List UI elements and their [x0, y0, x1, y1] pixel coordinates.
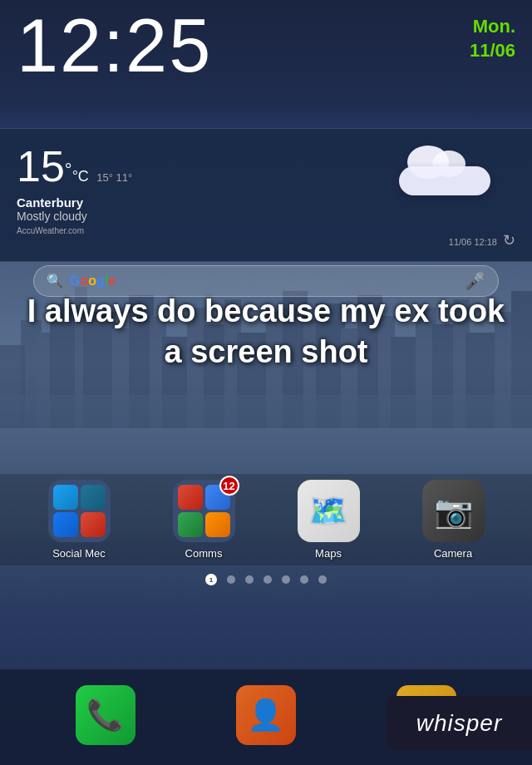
comms-label: Comms [185, 547, 223, 560]
cloud-icon [391, 150, 499, 195]
facebook-mini-icon [53, 512, 78, 537]
whisper-badge[interactable]: whisper [387, 696, 532, 750]
weather-temp-line: 15°°C 15° 11° [17, 141, 266, 191]
twitter-mini-icon [53, 485, 78, 510]
weather-widget: 15°°C 15° 11° Canterbury Mostly cloudy A… [0, 129, 532, 262]
page-dot-5 [282, 575, 290, 584]
firefox-mini-icon [205, 512, 230, 537]
weather-unit: °C [72, 168, 89, 185]
phone-app-icon[interactable]: 📞 [76, 685, 135, 745]
gmail-mini-icon [178, 485, 203, 510]
camera-icon[interactable]: 📷 [422, 480, 485, 542]
refresh-icon[interactable]: ↻ [503, 232, 515, 249]
comms-folder[interactable]: 12 Comms [173, 480, 235, 560]
camera-label: Camera [434, 547, 472, 560]
weather-timestamp: 11/06 12:18 ↻ [449, 231, 515, 249]
weather-brand: AccuWeather.com [17, 226, 266, 235]
top-bar: 12:25 Mon. 11/06 [0, 0, 532, 129]
page-dot-7 [318, 575, 327, 584]
gplus-mini-icon [81, 512, 106, 537]
comms-icon[interactable]: 12 [173, 480, 235, 542]
wordpress-mini-icon [81, 485, 106, 510]
weather-city: Canterbury [17, 195, 266, 210]
weather-temperature: 15 [17, 141, 65, 191]
page-dot-3 [245, 575, 254, 584]
weather-minmax: 15° 11° [96, 171, 132, 184]
google-logo: Google [70, 274, 465, 289]
search-icon: 🔍 [47, 273, 63, 289]
contacts-app-icon[interactable]: 👤 [236, 685, 296, 745]
date-display: Mon. 11/06 [470, 15, 515, 62]
whisper-label: whisper [416, 710, 502, 737]
date-label: 11/06 [470, 39, 515, 63]
page-dot-1: 1 [205, 574, 217, 585]
social-media-label: Social Mec [52, 547, 106, 560]
maps-icon[interactable]: 🗺️ [298, 480, 360, 542]
day-label: Mon. [470, 15, 515, 39]
page-indicators: 1 [0, 574, 532, 585]
maps-mini-icon [178, 512, 203, 537]
social-media-icon[interactable] [48, 480, 111, 542]
comms-badge: 12 [219, 476, 239, 496]
social-media-folder[interactable]: Social Mec [48, 480, 111, 560]
page-dot-4 [264, 575, 272, 584]
mic-icon[interactable]: 🎤 [465, 271, 485, 291]
page-dot-2 [227, 575, 235, 584]
camera-folder[interactable]: 📷 Camera [422, 480, 485, 560]
maps-folder[interactable]: 🗺️ Maps [298, 480, 360, 560]
weather-left: 15°°C 15° 11° Canterbury Mostly cloudy A… [17, 141, 266, 235]
overlay-text: I always do because my ex took a screen … [0, 291, 532, 373]
overlay-message: I always do because my ex took a screen … [27, 294, 505, 369]
app-dock: Social Mec 12 Comms 🗺️ Maps 📷 Camera [0, 474, 532, 565]
weather-description: Mostly cloudy [17, 210, 266, 223]
page-dot-6 [300, 575, 308, 584]
svg-rect-28 [0, 395, 532, 428]
maps-label: Maps [315, 547, 342, 560]
weather-right: 11/06 12:18 ↻ [266, 141, 515, 249]
weather-degree: ° [65, 160, 72, 180]
time-display: 12:25 [17, 8, 515, 83]
